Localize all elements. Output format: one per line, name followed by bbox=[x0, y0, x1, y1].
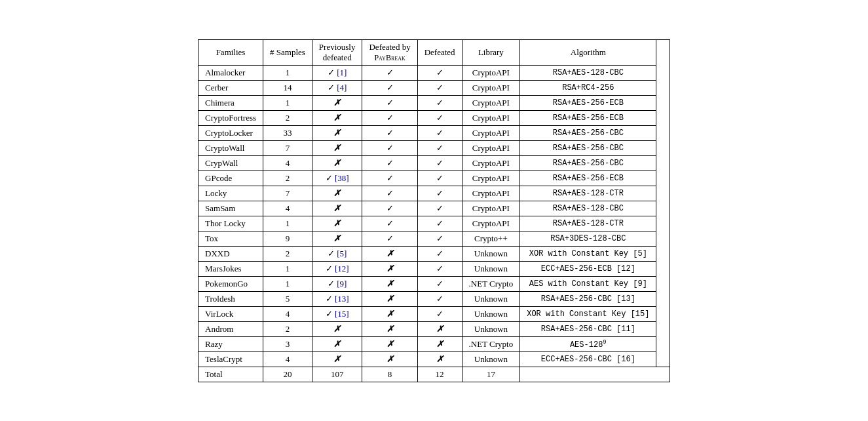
table-cell: 5 bbox=[263, 291, 312, 306]
table-cell: 7 bbox=[263, 186, 312, 201]
table-cell: ✓ bbox=[417, 276, 462, 291]
table-cell: CryptoAPI bbox=[462, 216, 520, 231]
table-cell: ✓ [12] bbox=[312, 261, 362, 276]
table-cell: ✗ bbox=[362, 306, 417, 321]
table-cell: RSA+AES-256-ECB bbox=[520, 170, 656, 186]
table-cell: .NET Crypto bbox=[462, 276, 520, 291]
table-cell: ✓ bbox=[417, 110, 462, 125]
table-cell: ✗ bbox=[362, 246, 417, 261]
total-label: Total bbox=[198, 367, 263, 382]
table-cell: ✓ [38] bbox=[312, 170, 362, 186]
table-row: Cerber14✓ [4]✓✓CryptoAPIRSA+RC4-256 bbox=[198, 80, 670, 95]
table-cell: ✗ bbox=[312, 231, 362, 246]
table-cell: Cerber bbox=[198, 80, 263, 95]
table-cell: ✓ [1] bbox=[312, 65, 362, 80]
table-cell: CryptoAPI bbox=[462, 201, 520, 216]
total-cell: 107 bbox=[312, 367, 362, 382]
table-row: MarsJokes1✓ [12]✗✓UnknownECC+AES-256-ECB… bbox=[198, 261, 670, 276]
table-row: GPcode2✓ [38]✓✓CryptoAPIRSA+AES-256-ECB bbox=[198, 170, 670, 186]
table-cell: RSA+AES-128-CBC bbox=[520, 201, 656, 216]
table-cell: AES with Constant Key [9] bbox=[520, 276, 656, 291]
table-cell: 1 bbox=[263, 261, 312, 276]
table-cell: ✗ bbox=[312, 201, 362, 216]
col-families: Families bbox=[198, 39, 263, 65]
table-cell: ✓ bbox=[417, 186, 462, 201]
table-row: PokemonGo1✓ [9]✗✓.NET CryptoAES with Con… bbox=[198, 276, 670, 291]
table-cell: PokemonGo bbox=[198, 276, 263, 291]
table-cell: ✗ bbox=[312, 216, 362, 231]
total-empty-lib bbox=[520, 367, 656, 382]
table-cell: ✗ bbox=[362, 276, 417, 291]
table-cell: ✓ bbox=[362, 125, 417, 140]
main-table: Families # Samples Previouslydefeated De… bbox=[198, 39, 670, 382]
table-cell: ✗ bbox=[362, 261, 417, 276]
table-cell: ✓ bbox=[417, 95, 462, 110]
table-cell: Locky bbox=[198, 186, 263, 201]
table-cell: ✗ bbox=[312, 140, 362, 155]
table-row: DXXD2✓ [5]✗✓UnknownXOR with Constant Key… bbox=[198, 246, 670, 261]
table-row: Troldesh5✓ [13]✗✓UnknownRSA+AES-256-CBC … bbox=[198, 291, 670, 306]
table-cell: 33 bbox=[263, 125, 312, 140]
table-cell: 2 bbox=[263, 321, 312, 336]
table-row: CrypWall4✗✓✓CryptoAPIRSA+AES-256-CBC bbox=[198, 155, 670, 170]
table-row: Androm2✗✗✗UnknownRSA+AES-256-CBC [11] bbox=[198, 321, 670, 336]
table-cell: ✓ bbox=[417, 170, 462, 186]
table-cell: ✓ bbox=[362, 231, 417, 246]
table-cell: MarsJokes bbox=[198, 261, 263, 276]
col-library: Library bbox=[462, 39, 520, 65]
table-row: Chimera1✗✓✓CryptoAPIRSA+AES-256-ECB bbox=[198, 95, 670, 110]
table-cell: 9 bbox=[263, 231, 312, 246]
table-cell: 4 bbox=[263, 306, 312, 321]
table-cell: Almalocker bbox=[198, 65, 263, 80]
table-cell: ✗ bbox=[312, 321, 362, 336]
total-cell: 12 bbox=[417, 367, 462, 382]
table-cell: 14 bbox=[263, 80, 312, 95]
table-cell: Unknown bbox=[462, 261, 520, 276]
table-cell: XOR with Constant Key [5] bbox=[520, 246, 656, 261]
col-algorithm: Algorithm bbox=[520, 39, 656, 65]
table-cell: .NET Crypto bbox=[462, 336, 520, 351]
table-cell: ✓ [4] bbox=[312, 80, 362, 95]
table-cell: ✗ bbox=[312, 351, 362, 367]
table-cell: RSA+3DES-128-CBC bbox=[520, 231, 656, 246]
header-row: Families # Samples Previouslydefeated De… bbox=[198, 39, 670, 65]
table-cell: ECC+AES-256-CBC [16] bbox=[520, 351, 656, 367]
table-cell: Unknown bbox=[462, 291, 520, 306]
table-cell: 7 bbox=[263, 140, 312, 155]
table-cell: ✗ bbox=[312, 110, 362, 125]
table-cell: ✓ bbox=[417, 231, 462, 246]
table-cell: Chimera bbox=[198, 95, 263, 110]
table-cell: RSA+AES-256-CBC bbox=[520, 155, 656, 170]
table-cell: ✓ bbox=[362, 201, 417, 216]
table-cell: Troldesh bbox=[198, 291, 263, 306]
table-cell: CrypWall bbox=[198, 155, 263, 170]
total-row: Total2010781217 bbox=[198, 367, 670, 382]
table-cell: 3 bbox=[263, 336, 312, 351]
table-cell: ✗ bbox=[417, 351, 462, 367]
table-cell: 1 bbox=[263, 95, 312, 110]
table-cell: ✗ bbox=[312, 95, 362, 110]
table-cell: ✓ bbox=[417, 65, 462, 80]
table-cell: CryptoAPI bbox=[462, 95, 520, 110]
table-cell: DXXD bbox=[198, 246, 263, 261]
table-row: CryptoLocker33✗✓✓CryptoAPIRSA+AES-256-CB… bbox=[198, 125, 670, 140]
table-cell: ✓ [15] bbox=[312, 306, 362, 321]
table-cell: ✓ bbox=[417, 155, 462, 170]
table-cell: ECC+AES-256-ECB [12] bbox=[520, 261, 656, 276]
col-paybreak: Defeated byPayBreak bbox=[362, 39, 417, 65]
table-cell: ✗ bbox=[362, 336, 417, 351]
table-cell: ✓ bbox=[417, 140, 462, 155]
table-cell: CryptoFortress bbox=[198, 110, 263, 125]
table-cell: ✓ bbox=[417, 80, 462, 95]
table-cell: ✓ bbox=[362, 186, 417, 201]
table-cell: 1 bbox=[263, 65, 312, 80]
table-cell: ✗ bbox=[312, 186, 362, 201]
table-cell: Thor Locky bbox=[198, 216, 263, 231]
table-cell: ✓ bbox=[362, 65, 417, 80]
table-cell: Crypto++ bbox=[462, 231, 520, 246]
total-cell: 20 bbox=[263, 367, 312, 382]
total-cell: 8 bbox=[362, 367, 417, 382]
table-cell: ✗ bbox=[362, 351, 417, 367]
table-cell: 2 bbox=[263, 246, 312, 261]
table-cell: ✓ bbox=[417, 201, 462, 216]
